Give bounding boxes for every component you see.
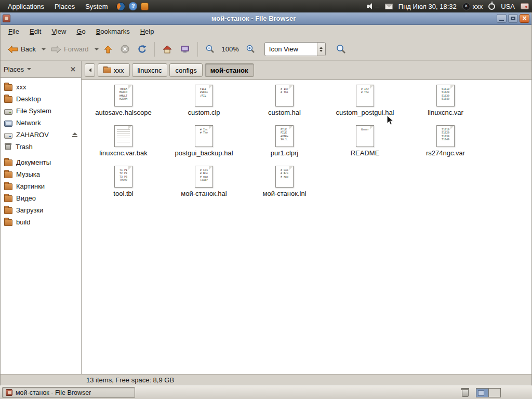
file-item[interactable]: # Соз # Все # примой-станок.ini (244, 162, 325, 203)
user-switcher[interactable]: xxx (462, 3, 483, 10)
maximize-button[interactable] (508, 14, 518, 23)
window-menu[interactable]: Edit (25, 26, 46, 37)
file-name: postgui_backup.hal (175, 150, 233, 157)
sidebar-item[interactable]: Музыка (1, 168, 81, 180)
sidebar-item[interactable]: File System (1, 105, 81, 117)
computer-button[interactable] (177, 43, 193, 56)
panel-menu[interactable]: Places (50, 1, 79, 12)
file-item[interactable]: T1 P1 T2 P2 T3 P3 T9999tool.tbl (83, 162, 164, 203)
sidebar-item[interactable]: Видео (1, 192, 81, 204)
window-icon (3, 15, 10, 22)
panel-menu[interactable]: Applications (3, 1, 49, 12)
sidebar-item[interactable]: Загрузки (1, 204, 81, 216)
file-icon: FILE FILE #VER= S0.1. (275, 125, 294, 147)
folder-icon (4, 84, 12, 91)
help-icon[interactable] (129, 2, 137, 10)
close-button[interactable] (520, 14, 529, 23)
back-button[interactable]: Back (5, 43, 39, 56)
combo-spinner-icon[interactable] (317, 43, 325, 56)
file-item[interactable]: # Inc # Thecustom_postgui.hal (325, 81, 405, 122)
window-menu[interactable]: Go (72, 26, 90, 37)
window-menu-label: Bookmarks (96, 28, 130, 35)
search-icon (336, 44, 346, 54)
window-menu[interactable]: File (4, 26, 24, 37)
file-item[interactable]: GenerREADME (325, 122, 405, 162)
up-button[interactable] (101, 43, 115, 56)
file-item[interactable]: FILE #VER= /FILcustom.clp (164, 81, 244, 122)
firefox-icon[interactable] (116, 2, 125, 11)
back-arrow-icon (8, 45, 18, 54)
file-icon: # Соз # Все # при (275, 166, 294, 188)
folder-icon (103, 68, 111, 73)
file-item[interactable]: FILE FILE #VER= S0.1.pur1.clprj (244, 122, 325, 162)
file-item[interactable]: THREA MAXCH HMULT HZOOMautosave.halscope (83, 81, 164, 122)
workspace-1[interactable] (476, 389, 488, 397)
titlebar[interactable]: мой-станок - File Browser (1, 12, 531, 25)
file-preview: # Соз # Все # при loadr (200, 168, 208, 187)
file-grid[interactable]: THREA MAXCH HMULT HZOOMautosave.halscope… (82, 79, 531, 374)
minimize-button[interactable] (497, 14, 507, 23)
path-prev-button[interactable] (85, 63, 95, 77)
workspace-switcher[interactable] (476, 388, 501, 397)
file-item[interactable]: 51610 51620 51630 51640rs274ngc.var (405, 122, 486, 162)
sidebar-dropdown-icon[interactable] (27, 68, 31, 70)
window-menu-label: File (8, 28, 19, 35)
window-menu[interactable]: View (47, 26, 71, 37)
taskbar-window-button[interactable]: мой-станок - File Browser (2, 387, 135, 398)
zoom-in-button[interactable] (243, 42, 258, 56)
volume-icon[interactable] (367, 3, 374, 9)
window-menu[interactable]: Help (136, 26, 159, 37)
file-item[interactable]: # Соз # Все # при loadrмой-станок.hal (164, 162, 244, 203)
sidebar-item[interactable]: build (1, 216, 81, 228)
forward-label: Forward (64, 45, 89, 53)
file-item[interactable]: # Inc # Thicustom.hal (244, 81, 325, 122)
sidebar-item[interactable]: Картинки (1, 180, 81, 192)
computer-icon (180, 45, 190, 54)
sidebar-item[interactable]: Network (1, 117, 81, 129)
stop-button[interactable] (117, 42, 132, 56)
file-item[interactable]: linuxcnc.var.bak (83, 122, 164, 162)
input-method-icon[interactable] (521, 3, 529, 9)
back-dropdown-icon[interactable] (42, 48, 46, 50)
forward-button[interactable]: Forward (48, 43, 92, 56)
file-preview: # Inc # The (200, 128, 208, 147)
forward-dropdown-icon[interactable] (95, 48, 99, 50)
keyboard-layout[interactable]: USA (501, 3, 515, 10)
breadcrumb-button[interactable]: мой-станок (205, 63, 254, 77)
reload-icon (138, 45, 147, 54)
search-button[interactable] (333, 42, 349, 57)
file-preview: THREA MAXCH HMULT HZOOM (119, 87, 127, 106)
file-item[interactable]: 51610 51620 51630 51640linuxcnc.var (405, 81, 486, 122)
launcher-icon[interactable] (141, 3, 149, 10)
home-button[interactable] (159, 43, 175, 56)
eject-icon[interactable] (72, 132, 77, 138)
breadcrumb-button[interactable]: linuxcnc (132, 63, 168, 77)
file-name: custom.clp (188, 109, 220, 116)
view-mode-select[interactable]: Icon View (264, 42, 326, 56)
main-pane: xxxlinuxcncconfigsмой-станок THREA MAXCH… (82, 61, 531, 374)
sidebar-item[interactable]: Документы (1, 156, 81, 168)
workspace-2[interactable] (488, 389, 500, 397)
user-status-icon (462, 3, 470, 10)
sidebar-item[interactable]: Trash (1, 141, 81, 153)
sidebar-item[interactable]: ZAHAROV (1, 129, 81, 141)
places-list: xxxDesktopFile SystemNetworkZAHAROVTrash… (1, 77, 81, 374)
sidebar-item[interactable]: Desktop (1, 93, 81, 105)
reload-button[interactable] (135, 42, 150, 56)
window-menu[interactable]: Bookmarks (91, 26, 135, 37)
file-item[interactable]: # Inc # Thepostgui_backup.hal (164, 122, 244, 162)
breadcrumb-button[interactable]: xxx (98, 63, 130, 77)
trash-applet-icon[interactable] (462, 389, 469, 397)
clock[interactable]: Пнд Июл 30, 18:32 (398, 3, 457, 10)
mail-icon[interactable] (385, 4, 393, 9)
desktop: ApplicationsPlacesSystem --- Пнд Июл 30,… (0, 0, 532, 399)
breadcrumb-button[interactable]: configs (169, 63, 202, 77)
sidebar-item[interactable]: xxx (1, 81, 81, 93)
folder-icon (4, 171, 12, 178)
sidebar-title[interactable]: Places (4, 65, 24, 73)
file-name: мой-станок.ini (262, 190, 306, 197)
zoom-out-button[interactable] (203, 42, 218, 56)
power-icon[interactable] (488, 3, 495, 10)
sidebar-close-icon[interactable]: ✕ (68, 65, 78, 74)
panel-menu[interactable]: System (81, 1, 112, 12)
